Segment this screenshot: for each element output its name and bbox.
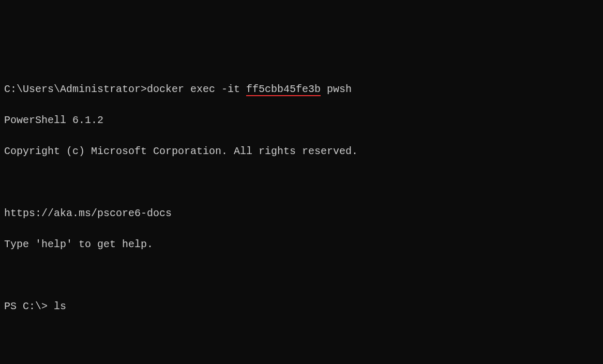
container-id-highlight: ff5cbb45fe3b	[246, 83, 321, 96]
cmd-line-2: PS C:\> ls	[4, 299, 599, 314]
docs-url-line: https://aka.ms/pscore6-docs	[4, 206, 599, 221]
cmd-line-1: C:\Users\Administrator>docker exec -it f…	[4, 82, 599, 97]
blank-line	[4, 175, 599, 190]
cmd-part1: docker exec -it	[147, 83, 246, 95]
cmd-part2: pwsh	[321, 83, 352, 95]
prompt-prefix: C:\Users\Administrator>	[4, 83, 147, 95]
blank-line	[4, 330, 599, 345]
terminal-output: C:\Users\Administrator>docker exec -it f…	[4, 66, 599, 364]
blank-line	[4, 268, 599, 283]
ps-version-line: PowerShell 6.1.2	[4, 113, 599, 128]
help-hint-line: Type 'help' to get help.	[4, 237, 599, 252]
copyright-line: Copyright (c) Microsoft Corporation. All…	[4, 144, 599, 159]
blank-line	[4, 361, 599, 364]
